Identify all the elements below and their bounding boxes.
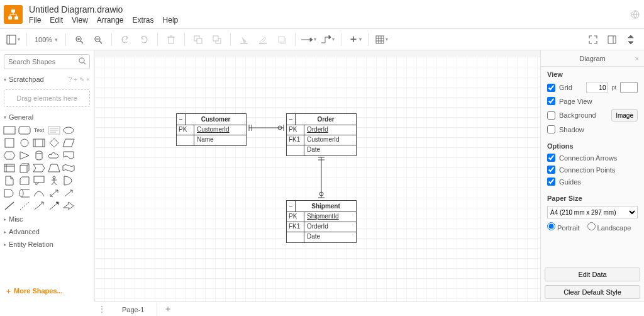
shape-diamond[interactable] [48,138,60,147]
guides-checkbox[interactable] [547,178,555,186]
page-tab-1[interactable]: Page-1 [109,302,157,316]
canvas[interactable]: –Customer PKCustomerId Name –Order PKOrd… [94,50,540,301]
search-input[interactable] [4,54,90,69]
scratchpad-header[interactable]: ▾ Scratchpad ? + ✎ × [0,73,94,86]
connector-customer-order[interactable] [247,123,286,132]
shape-curve[interactable] [33,189,45,198]
zoom-out-button[interactable] [90,31,106,48]
format-panel-button[interactable] [604,31,620,48]
paper-size-select[interactable]: A4 (210 mm x 297 mm) [547,206,638,218]
more-shapes-button[interactable]: ＋ More Shapes... [0,281,94,301]
zoom-in-button[interactable] [71,31,87,48]
grid-size-input[interactable] [586,82,608,93]
shape-parallelogram[interactable] [63,138,74,147]
document-title[interactable]: Untitled Diagram.drawio [29,4,178,14]
pageview-checkbox[interactable] [547,97,555,105]
background-image-button[interactable]: Image [611,109,638,121]
section-misc[interactable]: ▸Misc [0,213,94,225]
connector-order-shipment[interactable] [317,155,326,200]
shape-trapezoid[interactable] [48,164,60,172]
shape-thick-arrow[interactable] [63,201,74,210]
landscape-radio[interactable]: Landscape [587,222,631,232]
fill-color-button[interactable] [236,31,252,48]
clear-style-button[interactable]: Clear Default Style [545,285,640,299]
close-panel-icon[interactable]: × [635,55,639,62]
scratchpad-help-icon[interactable]: ? [69,76,72,83]
shape-actor[interactable] [48,176,60,185]
section-advanced[interactable]: ▸Advanced [0,225,94,238]
grid-color-swatch[interactable] [620,82,638,93]
background-checkbox[interactable] [547,111,555,120]
shape-step[interactable] [33,164,45,172]
table-button[interactable]: ▾ [374,31,390,48]
shape-cloud[interactable] [48,151,60,160]
scratchpad-close-icon[interactable]: × [86,76,90,83]
pages-menu-button[interactable]: ⋮ [94,305,109,313]
shape-cube[interactable] [19,164,30,172]
shape-ellipse[interactable] [63,126,74,135]
menu-help[interactable]: Help [163,16,179,25]
shape-triangle[interactable] [19,151,30,160]
waypoint-button[interactable]: ▾ [319,31,336,48]
shape-arrow[interactable] [63,189,74,198]
menu-edit[interactable]: Edit [50,16,63,25]
shape-tape[interactable] [63,164,74,172]
edit-data-button[interactable]: Edit Data [545,268,640,281]
shadow-button[interactable] [274,31,290,48]
shape-cylinder[interactable] [33,151,45,160]
shape-note[interactable] [4,176,15,185]
menu-file[interactable]: File [29,16,41,25]
shape-and[interactable] [4,189,15,198]
shape-line[interactable] [4,201,15,210]
insert-button[interactable]: ＋▾ [347,31,363,48]
shape-line-open[interactable] [33,201,45,210]
shape-text[interactable]: Text [33,126,45,135]
shape-or[interactable] [63,176,74,185]
portrait-radio[interactable]: Portrait [547,222,580,232]
conn-points-checkbox[interactable] [547,166,555,174]
menu-view[interactable]: View [72,16,88,25]
globe-icon[interactable] [630,9,640,20]
section-entity-relation[interactable]: ▸Entity Relation [0,238,94,251]
redo-button[interactable] [136,31,152,48]
shape-internal-storage[interactable] [4,164,15,172]
shape-bidir-arrow[interactable] [48,189,60,198]
scratchpad-drop-zone[interactable]: Drag elements here [4,89,90,107]
entity-customer[interactable]: –Customer PKCustomerId Name [176,113,247,146]
entity-order[interactable]: –Order PKOrderId FK1CustomerId Date [286,113,357,156]
fullscreen-button[interactable] [585,31,601,48]
shape-process[interactable] [33,138,45,147]
menu-extras[interactable]: Extras [133,16,154,25]
entity-shipment[interactable]: –Shipment PKShipmentId FK1OrderId Date [286,200,357,243]
shape-datastore[interactable] [19,189,30,198]
zoom-select[interactable]: 100%▾ [32,36,60,43]
conn-arrows-checkbox[interactable] [547,154,555,162]
shape-square[interactable] [4,138,15,147]
view-toggle-button[interactable]: ▾ [5,31,21,48]
shape-rect[interactable] [4,126,15,135]
shadow-checkbox[interactable] [547,125,555,133]
search-icon[interactable] [79,57,86,65]
shape-callout[interactable] [33,176,45,185]
add-page-button[interactable]: ＋ [157,303,179,315]
section-general[interactable]: ▾ General [0,111,94,123]
scratchpad-add-icon[interactable]: + [74,76,77,83]
shape-textbox[interactable] [48,126,60,135]
connection-button[interactable]: ▾ [301,31,317,48]
menu-arrange[interactable]: Arrange [97,16,124,25]
grid-checkbox[interactable] [547,84,555,92]
shape-dashed[interactable] [19,201,30,210]
to-front-button[interactable] [190,31,206,48]
line-color-button[interactable] [255,31,271,48]
shape-hexagon[interactable] [4,151,15,160]
scratchpad-edit-icon[interactable]: ✎ [79,76,84,83]
delete-button[interactable] [163,31,179,48]
to-back-button[interactable] [209,31,225,48]
shape-rounded[interactable] [19,126,30,135]
shape-document[interactable] [63,151,74,160]
collapse-button[interactable] [623,31,639,48]
undo-button[interactable] [117,31,133,48]
shape-line-closed[interactable] [48,201,60,210]
shape-card[interactable] [19,176,30,185]
shape-circle[interactable] [19,138,30,147]
